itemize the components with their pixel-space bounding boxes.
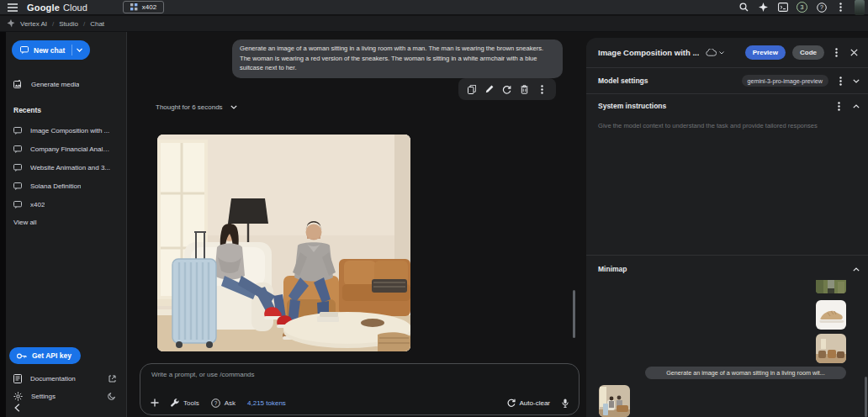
wrench-icon [171, 399, 179, 407]
recent-item-label: x402 [30, 201, 45, 208]
code-button[interactable]: Code [792, 45, 824, 60]
chevron-up-icon[interactable] [853, 267, 860, 272]
ask-label: Ask [225, 399, 236, 407]
cloud-shell-icon[interactable] [777, 2, 788, 13]
search-icon[interactable] [738, 2, 749, 13]
minimap-thumb-current[interactable] [599, 385, 630, 417]
left-edge-strip [0, 32, 6, 417]
thought-disclosure[interactable]: Thought for 6 seconds [156, 103, 237, 111]
documentation-icon [13, 374, 22, 383]
new-chat-main[interactable]: New chat [12, 46, 71, 55]
composer-placeholder[interactable]: Write a prompt, or use /commands [151, 371, 255, 378]
chat-scrollbar[interactable] [573, 290, 575, 338]
key-icon [17, 353, 27, 359]
view-all-link[interactable]: View all [13, 219, 36, 226]
ask-button[interactable]: ? Ask [211, 399, 236, 408]
system-instructions-more-icon[interactable] [834, 101, 844, 112]
add-attachment-button[interactable] [151, 399, 159, 407]
chat-icon [20, 46, 29, 54]
minimap-thumb-sneaker[interactable] [816, 300, 846, 330]
minimap-tooltip-text: Generate an image of a woman sitting in … [666, 369, 825, 377]
system-instructions-row[interactable]: System instructions [586, 93, 868, 119]
recent-item[interactable]: Solana Definition [6, 178, 127, 193]
chat-bubble-icon [13, 127, 22, 135]
cloud-save-status[interactable] [706, 49, 724, 56]
generated-image[interactable] [157, 135, 410, 351]
minimap-thumb-room[interactable] [816, 334, 846, 363]
close-panel-icon[interactable] [849, 47, 860, 58]
model-more-icon[interactable] [835, 76, 846, 87]
chevron-up-icon[interactable] [853, 104, 860, 108]
tools-button[interactable]: Tools [171, 399, 199, 407]
token-count[interactable]: 4,215 tokens [247, 399, 286, 407]
prompt-detail-panel: Image Composition with ... Preview Code … [586, 38, 868, 417]
recent-item[interactable]: Website Animation and 3... [6, 160, 127, 175]
breadcrumb-chat[interactable]: Chat [90, 20, 104, 28]
model-settings-row[interactable]: Model settings gemini-3-pro-image-previe… [586, 68, 868, 93]
copy-icon[interactable] [468, 85, 477, 94]
top-app-bar: Google Cloud x402 3 ? [0, 0, 868, 15]
more-options-icon[interactable] [835, 2, 846, 13]
delete-icon[interactable] [520, 85, 529, 94]
panel-more-icon[interactable] [831, 47, 842, 58]
living-room-scene [157, 135, 410, 351]
help-icon[interactable]: ? [816, 2, 827, 13]
chat-bubble-icon [13, 164, 22, 172]
sidebar-item-documentation[interactable]: Documentation [6, 371, 127, 386]
edit-icon[interactable] [485, 85, 495, 94]
gemini-star-icon[interactable] [758, 2, 769, 13]
documentation-label: Documentation [30, 375, 76, 383]
top-actions: 3 ? [738, 0, 868, 15]
sidebar-item-generate-media[interactable]: Generate media [6, 77, 127, 92]
breadcrumb-vertex-ai[interactable]: Vertex AI [20, 20, 47, 28]
auto-clear-toggle[interactable]: Auto-clear [507, 399, 550, 407]
prompt-composer[interactable]: Write a prompt, or use /commands Tools ?… [140, 363, 580, 415]
open-in-new-icon [108, 375, 116, 383]
avatar[interactable] [855, 0, 865, 15]
recent-item-label: Image Composition with ... [30, 127, 109, 135]
model-badge[interactable]: gemini-3-pro-image-preview [742, 75, 828, 87]
recent-item[interactable]: Company Financial Analy... [6, 141, 127, 156]
get-api-key-button[interactable]: Get API key [9, 347, 81, 364]
system-instructions-placeholder[interactable]: Give the model context to understand the… [598, 122, 850, 129]
breadcrumb-separator: / [83, 20, 85, 28]
microphone-button[interactable] [562, 399, 569, 408]
svg-text:?: ? [820, 4, 823, 10]
mic-icon [562, 399, 569, 408]
cloud-icon [706, 49, 717, 56]
minimap-row[interactable]: Minimap [586, 256, 868, 282]
project-selector[interactable]: x402 [123, 1, 164, 13]
breadcrumb-separator: / [52, 20, 54, 28]
ask-icon: ? [211, 399, 220, 408]
dark-mode-moon-icon[interactable] [108, 392, 116, 400]
user-prompt-bubble: Generate an image of a woman sitting in … [232, 40, 563, 78]
new-chat-dropdown[interactable] [71, 45, 90, 55]
active-sessions-badge[interactable]: 3 [797, 2, 807, 13]
chat-area: Generate an image of a woman sitting in … [127, 32, 586, 417]
session-count: 3 [801, 4, 804, 10]
breadcrumb-studio[interactable]: Studio [59, 20, 78, 28]
more-message-options-icon[interactable] [537, 85, 547, 94]
breadcrumb: Vertex AI / Studio / Chat [0, 16, 868, 32]
minimap-thumb-legs[interactable] [816, 280, 846, 293]
recent-item[interactable]: x402 [6, 197, 127, 212]
chevron-down-icon[interactable] [853, 79, 860, 83]
new-chat-button[interactable]: New chat [12, 40, 90, 60]
collapse-sidebar-icon[interactable] [14, 400, 20, 415]
panel-header: Image Composition with ... Preview Code [586, 38, 868, 68]
recent-item[interactable]: Image Composition with ... [6, 123, 127, 138]
google-cloud-logo[interactable]: Google Cloud [27, 3, 87, 13]
sidebar-item-settings[interactable]: Settings [6, 388, 127, 404]
recent-item-label: Company Financial Analy... [30, 145, 111, 153]
minimap-scrollbar[interactable] [865, 377, 867, 417]
recents-title: Recents [13, 106, 41, 114]
preview-button[interactable]: Preview [745, 45, 786, 60]
minimap-tooltip: Generate an image of a woman sitting in … [645, 367, 846, 379]
message-toolbar [458, 78, 556, 100]
project-name: x402 [142, 3, 156, 11]
menu-icon[interactable] [0, 3, 25, 12]
auto-clear-label: Auto-clear [520, 399, 550, 407]
svg-text:?: ? [214, 399, 217, 405]
generate-media-label: Generate media [31, 81, 79, 88]
regenerate-icon[interactable] [502, 85, 511, 94]
